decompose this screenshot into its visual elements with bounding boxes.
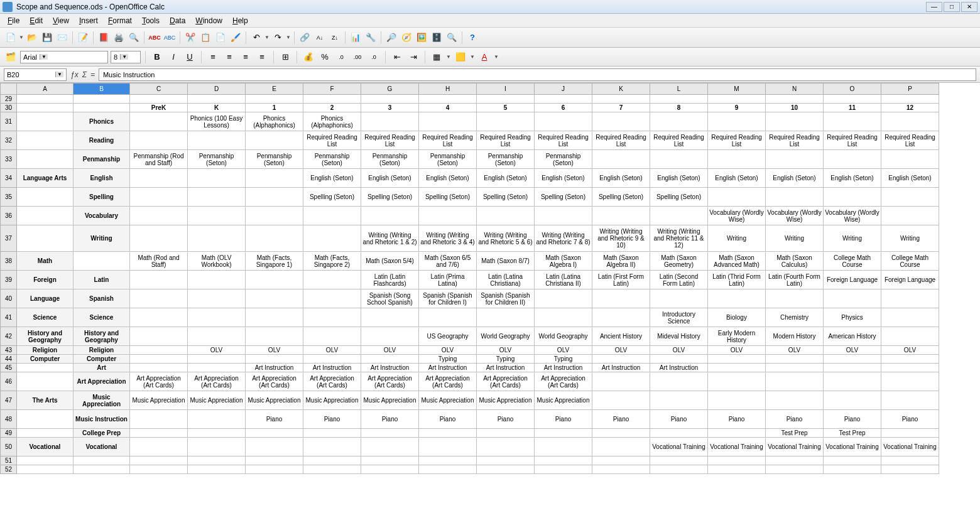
cell-D37[interactable] xyxy=(188,225,246,252)
cell-N52[interactable] xyxy=(766,465,824,474)
cell-N33[interactable] xyxy=(766,150,824,169)
paste-button[interactable]: 📄 xyxy=(214,31,227,45)
cell-N40[interactable] xyxy=(766,289,824,308)
cell-N37[interactable]: Writing xyxy=(766,225,824,252)
cell-F49[interactable] xyxy=(303,429,361,438)
equals-icon[interactable]: = xyxy=(90,70,95,79)
cell-M42[interactable]: Early Modern History xyxy=(708,327,766,346)
cell-L33[interactable] xyxy=(650,150,708,169)
cell-I38[interactable]: Math (Saxon 8/7) xyxy=(477,252,535,271)
cell-M52[interactable] xyxy=(708,465,766,474)
row-header-40[interactable]: 40 xyxy=(1,289,17,308)
cell-L38[interactable]: Math (Saxon Geometry) xyxy=(650,252,708,271)
cell-P49[interactable] xyxy=(881,429,939,438)
open-button[interactable]: 📂 xyxy=(25,31,39,45)
cell-F41[interactable] xyxy=(303,308,361,327)
cell-I33[interactable]: Penmanship (Seton) xyxy=(477,150,535,169)
cell-N49[interactable]: Test Prep xyxy=(766,429,824,438)
cell-O50[interactable]: Vocational Training xyxy=(824,438,881,456)
bgcolor-button[interactable]: 🟨 xyxy=(454,50,467,64)
cell-E45[interactable]: Art Instruction xyxy=(246,364,303,372)
cell-E36[interactable] xyxy=(246,207,303,225)
cell-M48[interactable]: Piano xyxy=(708,410,766,429)
cell-H46[interactable]: Art Appreciation (Art Cards) xyxy=(419,372,477,391)
cell-I52[interactable] xyxy=(477,465,535,474)
cell-P41[interactable] xyxy=(881,308,939,327)
cell-A44[interactable]: Computer xyxy=(17,355,74,364)
cell-E32[interactable] xyxy=(246,131,303,150)
cell-E44[interactable] xyxy=(246,355,303,364)
row-header-41[interactable]: 41 xyxy=(1,308,17,327)
edit-doc-button[interactable]: 📝 xyxy=(76,31,90,45)
show-draw-button[interactable]: 🔧 xyxy=(364,31,378,45)
cell-P29[interactable] xyxy=(881,95,939,104)
cell-B36[interactable]: Vocabulary xyxy=(74,207,130,225)
cell-L42[interactable]: Mideval History xyxy=(650,327,708,346)
cell-L52[interactable] xyxy=(650,465,708,474)
cell-K43[interactable]: OLV xyxy=(592,346,650,355)
cell-F47[interactable]: Music Appreciation xyxy=(303,391,361,410)
cell-M46[interactable] xyxy=(708,372,766,391)
inc-indent-button[interactable]: ⇥ xyxy=(406,50,420,64)
cell-F46[interactable]: Art Appreciation (Art Cards) xyxy=(303,372,361,391)
cell-F42[interactable] xyxy=(303,327,361,346)
cell-E50[interactable] xyxy=(246,438,303,456)
cell-N46[interactable] xyxy=(766,372,824,391)
cell-B37[interactable]: Writing xyxy=(74,225,130,252)
styles-button[interactable]: 🗂️ xyxy=(4,50,18,64)
preview-button[interactable]: 🔍 xyxy=(127,31,141,45)
cell-M44[interactable] xyxy=(708,355,766,364)
cell-O44[interactable] xyxy=(824,355,881,364)
cell-N39[interactable]: Latin (Fourth Form Latin) xyxy=(766,271,824,289)
fontcolor-button[interactable]: A xyxy=(477,50,491,64)
cell-G31[interactable] xyxy=(361,112,419,131)
cell-J39[interactable]: Latin (Latina Christiana II) xyxy=(535,271,592,289)
cell-M36[interactable]: Vocabulary (Wordly Wise) xyxy=(708,207,766,225)
cell-F29[interactable] xyxy=(303,95,361,104)
cell-P40[interactable] xyxy=(881,289,939,308)
align-right-button[interactable]: ≡ xyxy=(239,50,253,64)
del-decimal-button[interactable]: .0 xyxy=(367,50,381,64)
cell-L40[interactable] xyxy=(650,289,708,308)
cell-I42[interactable]: World Geography xyxy=(477,327,535,346)
cell-E49[interactable] xyxy=(246,429,303,438)
datasource-button[interactable]: 🗄️ xyxy=(430,31,444,45)
col-header-D[interactable]: D xyxy=(188,84,246,95)
cell-B49[interactable]: College Prep xyxy=(74,429,130,438)
cell-G52[interactable] xyxy=(361,465,419,474)
cell-H35[interactable]: Spelling (Seton) xyxy=(419,188,477,207)
cell-J50[interactable] xyxy=(535,438,592,456)
underline-button[interactable]: U xyxy=(183,50,197,64)
cell-E33[interactable]: Penmanship (Seton) xyxy=(246,150,303,169)
row-header-35[interactable]: 35 xyxy=(1,188,17,207)
cell-B33[interactable]: Penmanship xyxy=(74,150,130,169)
cell-F40[interactable] xyxy=(303,289,361,308)
cell-J46[interactable]: Art Appreciation (Art Cards) xyxy=(535,372,592,391)
cell-G43[interactable]: OLV xyxy=(361,346,419,355)
cell-K37[interactable]: Writing (Writing and Rhetoric 9 & 10) xyxy=(592,225,650,252)
cell-E47[interactable]: Music Appreciation xyxy=(246,391,303,410)
cell-M34[interactable]: English (Seton) xyxy=(708,169,766,188)
merge-button[interactable]: ⊞ xyxy=(278,50,292,64)
cell-F37[interactable] xyxy=(303,225,361,252)
cell-F35[interactable]: Spelling (Seton) xyxy=(303,188,361,207)
cell-M39[interactable]: Latin (Thrid Form Latin) xyxy=(708,271,766,289)
cell-F36[interactable] xyxy=(303,207,361,225)
cell-K40[interactable] xyxy=(592,289,650,308)
cell-N42[interactable]: Modern History xyxy=(766,327,824,346)
cell-J38[interactable]: Math (Saxon Algebra I) xyxy=(535,252,592,271)
cell-P38[interactable]: College Math Course xyxy=(881,252,939,271)
cell-H31[interactable] xyxy=(419,112,477,131)
menu-tools[interactable]: Tools xyxy=(137,15,165,26)
cell-O36[interactable]: Vocabulary (Wordly Wise) xyxy=(824,207,881,225)
cell-H47[interactable]: Music Appreciation xyxy=(419,391,477,410)
cell-K41[interactable] xyxy=(592,308,650,327)
cell-B29[interactable] xyxy=(74,95,130,104)
cell-P50[interactable]: Vocational Training xyxy=(881,438,939,456)
select-all-corner[interactable] xyxy=(1,84,17,95)
cell-H51[interactable] xyxy=(419,456,477,465)
cell-L50[interactable]: Vocational Training xyxy=(650,438,708,456)
cell-B48[interactable]: Music Instruction xyxy=(74,410,130,429)
cell-M37[interactable]: Writing xyxy=(708,225,766,252)
cell-E40[interactable] xyxy=(246,289,303,308)
